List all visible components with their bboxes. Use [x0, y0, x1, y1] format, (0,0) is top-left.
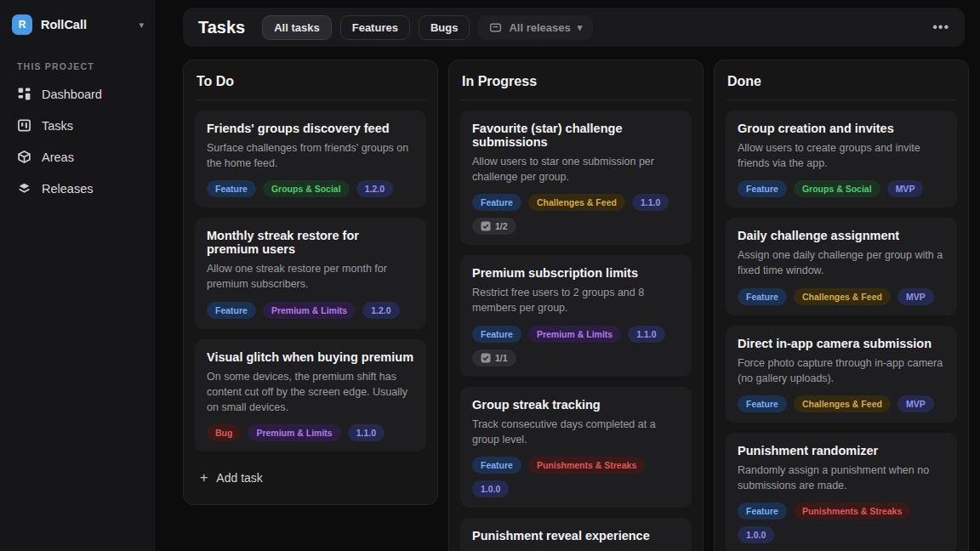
ellipsis-menu-button[interactable]: •••: [932, 20, 949, 35]
filter-bugs[interactable]: Bugs: [419, 15, 470, 40]
task-card-premium-subscription-limits[interactable]: Premium subscription limitsRestrict free…: [460, 255, 692, 376]
tag-feature: Feature: [738, 288, 787, 305]
tag-label: 1.1.0: [641, 197, 660, 207]
task-title: Friends' groups discovery feed: [207, 122, 414, 135]
kanban-board-icon: [17, 118, 31, 133]
task-title: Daily challenge assignment: [738, 229, 945, 242]
task-description: Surface challenges from friends' groups …: [207, 140, 414, 171]
release-box-icon: [489, 21, 502, 34]
task-title: Monthly streak restore for premium users: [207, 229, 414, 256]
layers-icon: [17, 181, 31, 196]
task-card-direct-in-app-camera-submission[interactable]: Direct in-app camera submissionForce pho…: [726, 326, 957, 423]
sidebar: R RollCall ▾ THIS PROJECT Dashboard Task…: [0, 0, 156, 551]
task-tags: FeatureChallenges & FeedMVP: [738, 288, 945, 305]
release-filter-label: All releases: [509, 21, 570, 34]
tag-label: 1/2: [495, 221, 508, 231]
task-tags: FeaturePremium & Limits1.2.0: [207, 302, 414, 319]
tag-groups-social: Groups & Social: [794, 180, 880, 197]
tag-version: 1.0.0: [472, 480, 509, 497]
sidebar-item-label: Tasks: [42, 119, 73, 133]
sidebar-item-tasks[interactable]: Tasks: [12, 111, 144, 139]
column-title: To Do: [195, 72, 426, 99]
filter-features[interactable]: Features: [340, 15, 410, 40]
task-description: Allow users to create groups and invite …: [738, 140, 945, 171]
task-card-punishment-randomizer[interactable]: Punishment randomizerRandomly assign a p…: [726, 433, 957, 551]
task-title: Punishment reveal experience: [472, 529, 680, 542]
tag-groups-social: Groups & Social: [263, 180, 350, 197]
task-card-friends-groups-discovery-feed[interactable]: Friends' groups discovery feedSurface ch…: [195, 111, 426, 207]
task-tags: FeatureChallenges & Feed1.1.01/2: [472, 194, 680, 235]
sidebar-item-label: Dashboard: [42, 88, 102, 101]
tag-punishments-streaks: Punishments & Streaks: [794, 503, 910, 520]
sidebar-item-dashboard[interactable]: Dashboard: [12, 80, 144, 108]
tag-label: Feature: [215, 184, 248, 194]
column-to-do: To DoFriends' groups discovery feedSurfa…: [183, 60, 438, 505]
column-done: DoneGroup creation and invitesAllow user…: [714, 60, 969, 551]
release-filter-dropdown[interactable]: All releases ▾: [478, 15, 593, 40]
tag-label: Premium & Limits: [256, 428, 332, 438]
task-tags: FeatureChallenges & FeedMVP: [738, 395, 945, 412]
tag-version: 1.1.0: [632, 194, 669, 211]
sidebar-item-label: Releases: [42, 182, 93, 196]
tag-label: 1.1.0: [356, 428, 376, 438]
task-card-favourite-star-challenge-submissions[interactable]: Favourite (star) challenge submissionsAl…: [460, 111, 692, 245]
project-name: RollCall: [41, 18, 130, 31]
chevron-down-icon: ▾: [139, 20, 144, 31]
tag-label: Challenges & Feed: [802, 292, 882, 302]
tag-label: 1.2.0: [365, 184, 385, 194]
project-avatar: R: [12, 14, 32, 35]
task-description: Force photo capture through in-app camer…: [738, 355, 945, 386]
kanban-board: To DoFriends' groups discovery feedSurfa…: [183, 60, 980, 551]
column-divider: [726, 99, 956, 100]
project-switcher[interactable]: R RollCall ▾: [12, 10, 144, 39]
tag-label: Challenges & Feed: [802, 399, 882, 409]
task-description: Dramatic reveal UI with animations, hapt…: [472, 548, 680, 551]
column-in-progress: In ProgressFavourite (star) challenge su…: [448, 60, 704, 551]
task-card-daily-challenge-assignment[interactable]: Daily challenge assignmentAssign one dai…: [726, 218, 957, 315]
tag-version: 1.1.0: [348, 424, 385, 441]
tag-label: Groups & Social: [802, 184, 872, 194]
task-card-monthly-streak-restore-for-premium-users[interactable]: Monthly streak restore for premium users…: [195, 218, 426, 328]
tag-feature: Feature: [207, 302, 256, 319]
tag-challenges-feed: Challenges & Feed: [528, 194, 625, 211]
tag-feature: Feature: [738, 503, 787, 520]
task-card-group-creation-and-invites[interactable]: Group creation and invitesAllow users to…: [726, 111, 957, 207]
tag-label: Feature: [746, 184, 778, 194]
task-tags: FeaturePunishments & Streaks1.0.0: [738, 503, 945, 543]
tag-label: Feature: [481, 197, 513, 207]
filter-all-tasks[interactable]: All tasks: [262, 15, 331, 40]
task-card-visual-glitch-when-buying-premium[interactable]: Visual glitch when buying premiumOn some…: [195, 339, 426, 452]
tag-punishments-streaks: Punishments & Streaks: [528, 457, 645, 474]
task-description: On some devices, the premium shift has c…: [207, 369, 414, 415]
task-tags: FeatureGroups & Social1.2.0: [207, 180, 414, 197]
tag-label: Feature: [746, 506, 778, 516]
tag-label: MVP: [906, 399, 926, 409]
tag-label: 1/1: [495, 353, 508, 363]
task-title: Premium subscription limits: [472, 266, 680, 280]
task-tags: FeaturePunishments & Streaks1.0.0: [472, 457, 680, 497]
chevron-down-icon: ▾: [578, 22, 583, 33]
task-card-punishment-reveal-experience[interactable]: Punishment reveal experienceDramatic rev…: [460, 518, 692, 551]
tag-version: MVP: [897, 288, 934, 305]
tag-label: 1.0.0: [746, 530, 766, 540]
task-description: Allow one streak restore per month for p…: [207, 261, 414, 292]
task-tags: BugPremium & Limits1.1.0: [207, 424, 414, 441]
tag-label: Feature: [481, 460, 513, 470]
tag-version: MVP: [897, 395, 934, 412]
column-divider: [461, 99, 691, 100]
task-description: Assign one daily challenge per group wit…: [738, 247, 945, 278]
task-card-group-streak-tracking[interactable]: Group streak trackingTrack consecutive d…: [460, 387, 692, 508]
tag-label: Punishments & Streaks: [802, 506, 902, 516]
add-task-button[interactable]: +Add task: [195, 462, 426, 496]
task-title: Direct in-app camera submission: [738, 337, 945, 350]
tag-label: Bug: [215, 428, 232, 438]
tag-label: Premium & Limits: [271, 305, 347, 315]
sidebar-item-releases[interactable]: Releases: [12, 174, 144, 202]
tag-label: Feature: [746, 292, 778, 302]
task-tags: FeaturePremium & Limits1.1.01/1: [472, 326, 680, 366]
tag-version: 1.0.0: [738, 526, 774, 543]
sidebar-item-areas[interactable]: Areas: [12, 143, 144, 171]
tag-premium-limits: Premium & Limits: [248, 424, 340, 441]
task-description: Restrict free users to 2 groups and 8 me…: [472, 285, 680, 315]
tag-feature: Feature: [472, 326, 521, 343]
